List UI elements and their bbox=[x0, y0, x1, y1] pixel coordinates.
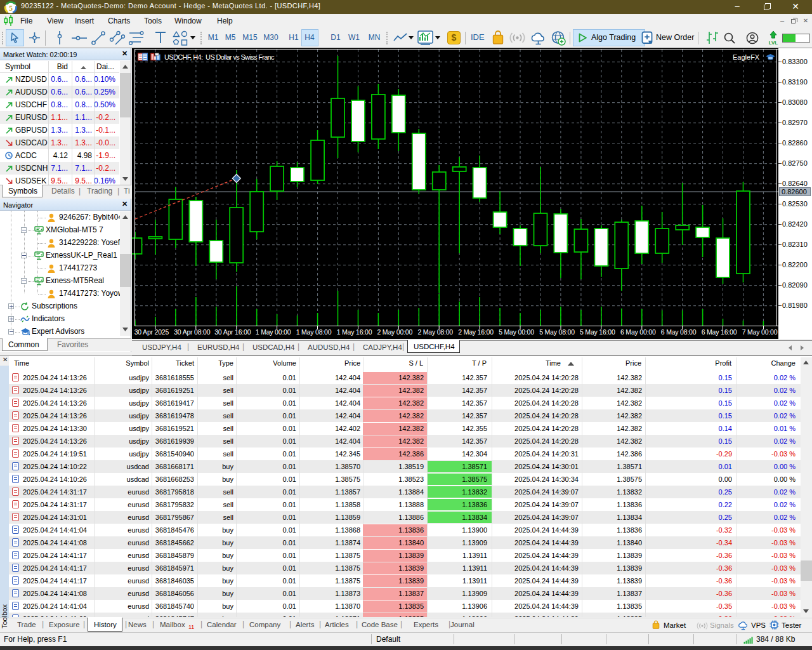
svg-text:LVL: LVL bbox=[769, 40, 778, 46]
svg-text:5: 5 bbox=[9, 4, 13, 13]
